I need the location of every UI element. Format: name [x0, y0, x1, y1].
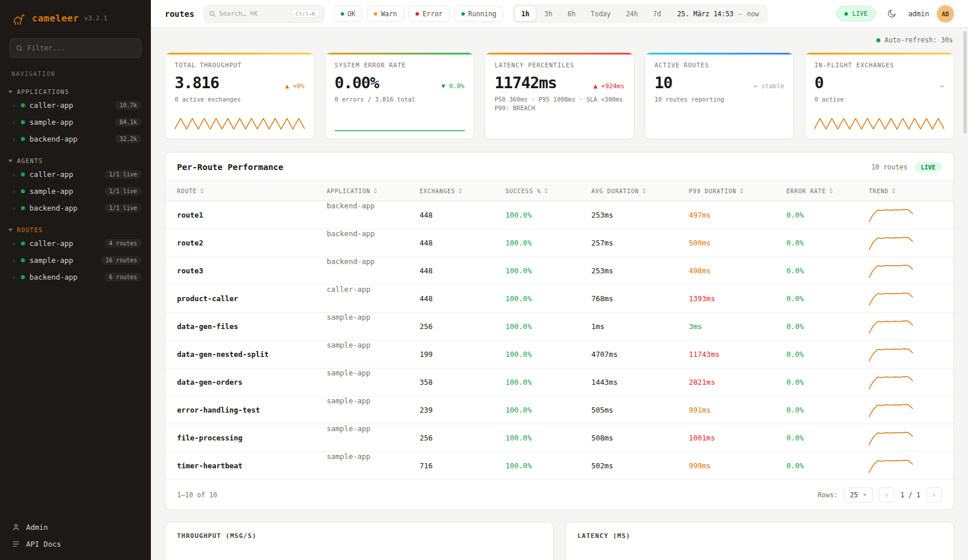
- sidebar-item-label: caller-app: [30, 101, 110, 110]
- kpi-delta: ⇔: [940, 82, 944, 90]
- sidebar-filter-input[interactable]: [27, 44, 135, 52]
- sidebar-item-agent[interactable]: backend-app 1/1 live: [0, 200, 151, 216]
- logo: cameleer v3.2.1: [0, 8, 151, 28]
- rows-per-page-select[interactable]: 25: [844, 487, 873, 503]
- sidebar-item-route-group[interactable]: backend-app 6 routes: [0, 269, 151, 286]
- range-button[interactable]: 7d: [646, 6, 668, 21]
- cell-trend: [869, 207, 942, 224]
- table-header-row: ROUTE APPLICATION EXCHANGES: [165, 180, 953, 201]
- sidebar-item-application[interactable]: caller-app 10.7k: [0, 97, 151, 114]
- status-dot: [21, 206, 25, 210]
- cell-p99-duration: 3ms: [689, 322, 786, 331]
- column-header[interactable]: EXCHANGES: [420, 188, 505, 194]
- chart-title: THROUGHPUT (MSG/S): [177, 532, 541, 540]
- avatar[interactable]: AD: [937, 5, 954, 23]
- table-row[interactable]: data-gen-nested-split sample-app 199 100…: [165, 341, 953, 368]
- range-button[interactable]: Today: [584, 6, 618, 21]
- cell-application: sample-app: [327, 341, 420, 368]
- filter-chip[interactable]: Warn: [367, 6, 404, 22]
- cell-application: sample-app: [327, 424, 420, 451]
- trend-sparkline: [869, 402, 913, 419]
- live-toggle[interactable]: LIVE: [836, 6, 876, 21]
- search-icon: [209, 10, 216, 17]
- moon-icon: [887, 9, 897, 19]
- cell-route: route3: [177, 266, 327, 275]
- cell-p99-duration: 498ms: [689, 266, 786, 275]
- table-row[interactable]: route3 backend-app 448 100.0% 253ms 498m…: [165, 257, 953, 285]
- column-header[interactable]: ROUTE: [177, 188, 327, 194]
- cell-p99-duration: 1001ms: [689, 433, 786, 442]
- column-header[interactable]: SUCCESS %: [505, 188, 591, 194]
- table-row[interactable]: route2 backend-app 448 100.0% 257ms 500m…: [165, 229, 953, 257]
- table-row[interactable]: timer-heartbeat sample-app 716 100.0% 50…: [165, 452, 953, 480]
- filter-chip[interactable]: Running: [454, 6, 503, 22]
- sidebar-item-application[interactable]: sample-app 84.1k: [0, 114, 151, 131]
- kpi-title: LATENCY PERCENTILES: [494, 62, 624, 68]
- column-header[interactable]: AVG DURATION: [591, 188, 689, 194]
- cell-exchanges: 448: [420, 294, 505, 303]
- sidebar-item-label: backend-app: [30, 135, 110, 143]
- app-root: cameleer v3.2.1 NAVIGATION APPLICATIONS: [0, 0, 968, 560]
- filter-chip[interactable]: Error: [409, 6, 450, 22]
- kpi-inflight-exchanges: IN-FLIGHT EXCHANGES 0 ⇔ 0 active: [804, 52, 954, 139]
- section-header-agents[interactable]: AGENTS: [0, 156, 151, 166]
- cell-success: 100.0%: [505, 266, 591, 275]
- cell-avg-duration: 1443ms: [591, 378, 689, 386]
- prev-page-button[interactable]: ‹: [879, 487, 894, 503]
- table-row[interactable]: data-gen-files sample-app 256 100.0% 1ms…: [165, 313, 953, 341]
- column-header[interactable]: TREND: [869, 188, 942, 194]
- date-range-display[interactable]: 25. März 14:53 — now: [669, 10, 766, 18]
- kpi-title: TOTAL THROUGHPUT: [175, 62, 305, 68]
- table-row[interactable]: route1 backend-app 448 100.0% 253ms 497m…: [165, 201, 953, 229]
- cell-exchanges: 199: [420, 350, 505, 359]
- cell-trend: [869, 318, 942, 335]
- table-row[interactable]: error-handling-test sample-app 239 100.0…: [165, 396, 953, 424]
- filter-chip[interactable]: OK: [334, 6, 363, 22]
- cell-error-rate: 0.0%: [786, 350, 869, 359]
- rows-per-page-label: Rows:: [818, 491, 838, 499]
- cell-exchanges: 256: [420, 433, 505, 442]
- user-icon: [12, 523, 20, 532]
- date-from: 25. März 14:53: [669, 10, 734, 18]
- cell-route: data-gen-files: [177, 322, 327, 331]
- column-header[interactable]: P99 DURATION: [689, 188, 786, 194]
- range-button[interactable]: 6h: [561, 6, 583, 21]
- sidebar-item-application[interactable]: backend-app 32.2k: [0, 131, 151, 147]
- table-row[interactable]: data-gen-orders sample-app 358 100.0% 14…: [165, 368, 953, 396]
- range-button[interactable]: 3h: [537, 6, 559, 21]
- caret-down-icon: [8, 160, 13, 162]
- sort-icon: [642, 188, 646, 194]
- cell-application: caller-app: [327, 285, 420, 312]
- next-page-button[interactable]: ›: [926, 487, 942, 503]
- cell-error-rate: 0.0%: [786, 239, 869, 247]
- theme-toggle-button[interactable]: [883, 5, 901, 23]
- table-row[interactable]: file-processing sample-app 256 100.0% 50…: [165, 424, 953, 452]
- cell-error-rate: 0.0%: [786, 378, 869, 386]
- column-header[interactable]: APPLICATION: [327, 188, 420, 194]
- sidebar-item-label: caller-app: [30, 239, 100, 248]
- cell-exchanges: 256: [420, 322, 505, 331]
- app-version: v3.2.1: [84, 15, 107, 22]
- sidebar-item-agent[interactable]: caller-app 1/1 live: [0, 166, 151, 183]
- camel-logo-icon: [12, 10, 27, 26]
- admin-link[interactable]: Admin: [12, 523, 139, 532]
- search-input[interactable]: [219, 10, 289, 17]
- column-header[interactable]: ERROR RATE: [786, 188, 869, 194]
- status-dot: [21, 258, 25, 262]
- range-button[interactable]: 1h: [514, 6, 536, 21]
- table-row[interactable]: product-caller caller-app 448 100.0% 768…: [165, 285, 953, 313]
- live-dot-icon: [844, 12, 848, 16]
- scrollbar[interactable]: [963, 31, 967, 133]
- cell-trend: [869, 374, 942, 391]
- range-button[interactable]: 24h: [619, 6, 645, 21]
- sidebar-item-route-group[interactable]: caller-app 4 routes: [0, 235, 151, 252]
- table-footer: 1–10 of 10 Rows: 25 ‹ 1 / 1 ›: [165, 480, 953, 510]
- cell-trend: [869, 290, 942, 308]
- section-header-routes[interactable]: ROUTES: [0, 225, 151, 235]
- cell-route: error-handling-test: [177, 406, 327, 414]
- sidebar-item-agent[interactable]: sample-app 1/1 live: [0, 183, 151, 200]
- api-docs-link[interactable]: API Docs: [12, 540, 139, 548]
- sidebar-item-route-group[interactable]: sample-app 16 routes: [0, 252, 151, 269]
- section-header-applications[interactable]: APPLICATIONS: [0, 86, 151, 97]
- trend-sparkline: [869, 318, 913, 335]
